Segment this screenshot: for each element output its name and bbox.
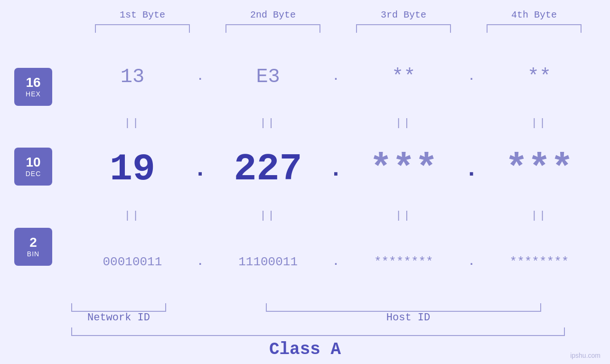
dec-b4: *** <box>487 148 591 191</box>
badge-column: 16 HEX 10 DEC 2 BIN <box>0 33 66 301</box>
bin-b3: ******** <box>351 255 456 269</box>
network-id-label: Network ID <box>66 312 171 324</box>
eq2-b1: || <box>80 210 185 222</box>
dec-b1-val: 19 <box>110 148 155 191</box>
hex-badge-label: HEX <box>26 90 41 98</box>
dot-bin-2: . <box>328 255 343 268</box>
eq2-b4: || <box>487 210 591 222</box>
hex-b1: 13 <box>80 65 185 88</box>
dec-row: 19 . 227 . *** . *** <box>66 130 605 208</box>
hex-b2-val: E3 <box>256 65 280 88</box>
dec-badge: 10 DEC <box>14 148 52 186</box>
dot-hex-3: . <box>464 70 479 83</box>
dec-b2: 227 <box>216 148 320 191</box>
hex-b1-val: 13 <box>121 65 144 88</box>
watermark: ipshu.com <box>570 352 601 359</box>
eq1-b4: || <box>487 117 591 129</box>
hex-b3-val: ** <box>392 65 415 88</box>
bin-badge-num: 2 <box>29 236 37 249</box>
host-id-label: Host ID <box>271 312 546 324</box>
hex-b4: ** <box>487 65 591 88</box>
bin-row: 00010011 . 11100011 . ******** . *******… <box>66 223 605 301</box>
bin-badge-label: BIN <box>27 250 39 258</box>
dec-badge-label: DEC <box>26 170 41 177</box>
full-bracket <box>71 327 565 336</box>
dot-dec-2: . <box>328 158 343 181</box>
bin-b1: 00010011 <box>80 255 185 269</box>
bin-b3-val: ******** <box>374 255 433 269</box>
bin-b4-val: ******** <box>510 255 569 269</box>
dec-b3-val: *** <box>369 148 438 191</box>
bracket-1 <box>95 24 190 33</box>
bracket-4 <box>487 24 582 33</box>
host-id-bracket <box>266 303 541 312</box>
top-brackets <box>77 24 600 33</box>
column-headers: 1st Byte 2nd Byte 3rd Byte 4th Byte <box>77 0 600 20</box>
class-label: Class A <box>269 340 341 359</box>
dec-b4-val: *** <box>505 148 573 191</box>
hex-badge: 16 HEX <box>14 68 52 106</box>
dot-dec-1: . <box>193 158 207 181</box>
dot-hex-1: . <box>193 70 207 83</box>
dec-b3: *** <box>351 148 456 191</box>
col-header-1: 1st Byte <box>90 9 195 20</box>
bin-badge: 2 BIN <box>14 228 52 266</box>
dec-badge-num: 10 <box>26 156 40 169</box>
equals-row-2: || || || || <box>66 208 605 223</box>
hex-b2: E3 <box>216 65 320 88</box>
eq2-b3: || <box>351 210 456 222</box>
main-container: 1st Byte 2nd Byte 3rd Byte 4th Byte 16 H… <box>0 0 610 364</box>
hex-b4-val: ** <box>527 65 551 88</box>
col-header-4: 4th Byte <box>482 9 586 20</box>
equals-row-1: || || || || <box>66 116 605 130</box>
dec-b1: 19 <box>80 148 185 191</box>
eq1-b2: || <box>216 117 320 129</box>
col-header-3: 3rd Byte <box>351 9 456 20</box>
bracket-2 <box>225 24 320 33</box>
col-header-2: 2nd Byte <box>221 9 325 20</box>
eq2-b2: || <box>216 210 320 222</box>
bin-b4: ******** <box>487 255 591 269</box>
bin-b1-val: 00010011 <box>103 255 162 269</box>
class-row: Class A <box>0 340 610 359</box>
hex-row: 13 . E3 . ** . ** <box>66 37 605 116</box>
bin-b2: 11100011 <box>216 255 320 269</box>
hex-b3: ** <box>351 65 456 88</box>
hex-badge-num: 16 <box>26 76 40 89</box>
dot-hex-2: . <box>328 70 343 83</box>
eq1-b3: || <box>351 117 456 129</box>
eq1-b1: || <box>80 117 185 129</box>
dot-bin-3: . <box>464 255 479 268</box>
network-id-bracket <box>71 303 166 312</box>
dot-bin-1: . <box>193 255 207 268</box>
dot-dec-3: . <box>464 158 479 181</box>
dec-b2-val: 227 <box>234 148 302 191</box>
bin-b2-val: 11100011 <box>238 255 298 269</box>
bracket-3 <box>356 24 451 33</box>
